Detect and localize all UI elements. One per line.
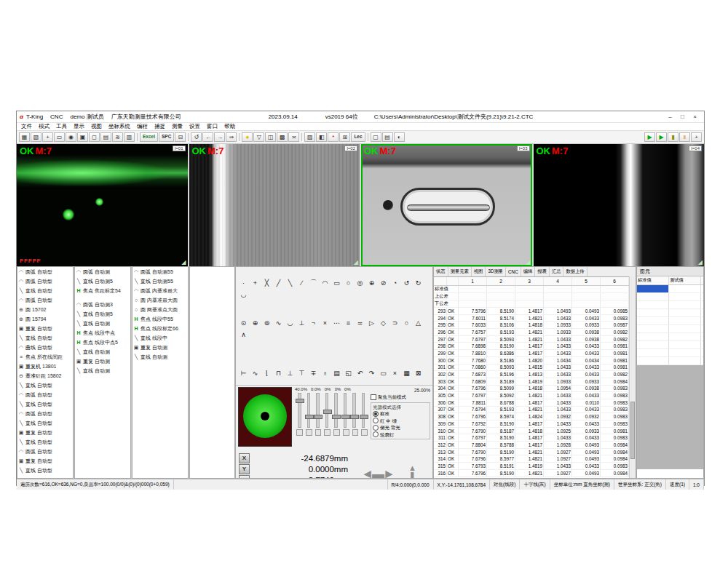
menu-item[interactable]: 视图 (91, 123, 102, 130)
element-list-item[interactable]: ╲直线自动型 (17, 286, 73, 295)
table-scrollbar[interactable] (629, 276, 636, 478)
gpanel-row[interactable] (637, 309, 703, 317)
tool-icon[interactable]: ∿ (273, 317, 284, 328)
focus-mode-checkbox[interactable]: 聚焦当前模式 (371, 394, 430, 400)
element-list-item[interactable]: ◠曲线自动型 (17, 343, 73, 352)
tool-icon[interactable]: ⊘ (378, 277, 389, 288)
result-row[interactable]: 304OK7.67968.50991.48181.09540.09380.098… (434, 386, 630, 393)
menu-item[interactable]: 工具 (56, 123, 67, 130)
toolbar-button-21[interactable]: ▽ (253, 132, 264, 142)
tool-icon[interactable]: ⌒ (308, 277, 319, 288)
tool-icon[interactable]: ◱ (343, 367, 354, 378)
scrollbar-thumb[interactable] (630, 402, 635, 460)
result-row[interactable]: 311OK7.67978.51901.48171.04330.04330.098… (434, 434, 630, 442)
element-list-item[interactable]: H焦点线段中55 (132, 314, 188, 324)
gpanel-row[interactable] (637, 341, 703, 349)
element-list-item[interactable]: ≡焦点所在线间距 (17, 352, 73, 362)
light-slider[interactable] (307, 393, 311, 428)
tool-icon[interactable]: ⊥ (296, 317, 307, 328)
slider-spinner[interactable] (352, 429, 359, 436)
tool-icon[interactable]: ≡ (343, 317, 354, 328)
element-list-item[interactable]: ⊖基准针距15802 (17, 371, 73, 380)
jog-vertical-icon[interactable]: ▲▮▼ (408, 465, 416, 479)
tool-icon[interactable]: ▤ (331, 367, 342, 378)
tool-icon[interactable]: ▦ (401, 367, 412, 378)
toolbar-button-3[interactable]: ▭ (54, 132, 65, 142)
tool-icon[interactable]: + (250, 277, 261, 288)
toolbar-button-29[interactable]: ⊞ (339, 132, 350, 142)
element-list-item[interactable]: ╲直线自动测 (75, 319, 130, 328)
menu-item[interactable]: 帮助 (224, 123, 235, 130)
light-option[interactable]: 轮廓灯 (373, 431, 428, 438)
resize-grip-icon[interactable]: ◢ (181, 259, 186, 266)
tool-icon[interactable]: ⊥ (285, 367, 296, 378)
element-list-item[interactable]: ╲直线线段中 (132, 333, 188, 343)
toolbar-button-30[interactable]: Lec (351, 132, 365, 142)
result-row[interactable]: 303OK7.68098.51891.48191.09330.09330.098… (434, 378, 630, 386)
element-list-item[interactable]: ▣重复机13801 (17, 362, 73, 371)
result-row[interactable]: 312OK7.88048.57881.48171.09280.04930.098… (434, 442, 630, 449)
toolbar-button-34[interactable]: ◐ (394, 132, 405, 142)
tool-icon[interactable]: ♁ (320, 367, 331, 378)
slider-spinner[interactable] (306, 429, 312, 436)
toolbar-button-40[interactable]: + (691, 132, 702, 142)
element-list-item[interactable]: ⊕圆15794 (17, 314, 73, 324)
result-row[interactable]: 294OK7.60118.51741.48211.04330.04330.098… (434, 315, 630, 322)
slider-thumb[interactable] (305, 415, 314, 419)
toolbar-button-33[interactable]: ▤ (382, 132, 393, 142)
toolbar-button-4[interactable]: ◉ (66, 132, 76, 142)
tool-icon[interactable]: ↶ (355, 367, 365, 378)
result-row[interactable]: 307OK7.67948.51931.48211.04330.04330.098… (434, 407, 630, 414)
minimize-button[interactable]: – (664, 113, 676, 121)
result-row[interactable]: 301OK7.08608.50931.48151.04330.04330.098… (434, 364, 630, 372)
element-list-item[interactable]: ╲直线自动测 (75, 347, 130, 356)
camera-pane-4[interactable]: OKM:7 I=04 ◢ (534, 144, 705, 266)
element-list-item[interactable]: H焦点焦距标定54 (75, 286, 130, 295)
tool-icon[interactable]: ≃ (355, 317, 365, 328)
menu-item[interactable]: 文件 (21, 123, 32, 130)
result-row[interactable]: 309OK7.67928.51901.48171.04330.04330.098… (434, 420, 630, 428)
element-list-item[interactable]: ╲直线自动型 (17, 437, 73, 447)
toolbar-button-38[interactable]: ▮ (668, 132, 678, 142)
toolbar-button-7[interactable]: ▤ (100, 132, 111, 142)
element-list-item[interactable]: ╲直线自动测55 (132, 276, 188, 286)
element-list-item[interactable]: ◠圆弧自动测55 (132, 267, 188, 276)
slider-spinner[interactable] (343, 429, 349, 436)
element-list-item[interactable]: ◠圆弧内基准最大 (132, 286, 188, 295)
toolbar-button-39[interactable]: ‖ (679, 132, 690, 142)
result-row[interactable]: 297OK7.67978.50931.48211.04330.09380.098… (434, 336, 630, 343)
result-row[interactable]: 310OK7.67908.51871.48181.09250.09330.098… (434, 428, 630, 435)
element-list-4[interactable] (189, 266, 235, 479)
toolbar-button-9[interactable]: ▥ (124, 132, 135, 142)
tool-icon[interactable]: ◠ (320, 277, 331, 288)
result-row[interactable]: 298OK7.68988.51901.48171.04330.04330.098… (434, 343, 630, 350)
menu-item[interactable]: 坐标系统 (108, 123, 130, 130)
light-slider[interactable] (316, 393, 320, 428)
element-list-item[interactable]: H焦点线段中点5 (75, 338, 130, 347)
resize-grip-icon[interactable]: ◢ (354, 259, 358, 266)
element-list-item[interactable]: ╲直线自动测 (75, 366, 130, 375)
element-list-item[interactable]: H焦点线段中点 (75, 328, 130, 338)
gpanel-row[interactable] (637, 325, 703, 333)
element-list-3[interactable]: ◠圆弧自动测55╲直线自动测55◠圆弧内基准最大○圆内基准最大圆○圆网基准点大圆… (132, 266, 189, 479)
slider-spinner[interactable] (324, 429, 331, 436)
element-list-item[interactable]: ◠圆弧自动型 (17, 447, 73, 456)
title-bar[interactable]: α T-King CNC demo 测试员 广东天勤测量技术有限公司 2023.… (17, 111, 704, 123)
gpanel-row[interactable] (637, 301, 703, 309)
element-list-item[interactable]: ◠圆弧自动测3 (75, 300, 130, 309)
result-row[interactable]: 308OK7.67968.59741.48241.09320.09320.098… (434, 413, 630, 420)
tool-icon[interactable]: ⊤ (296, 367, 307, 378)
tool-icon[interactable]: ▷ (366, 317, 377, 328)
tool-icon[interactable]: ⊠ (413, 367, 424, 378)
element-list-item[interactable]: H焦点线段标定66 (132, 324, 188, 333)
tool-icon[interactable]: ⋯ (331, 317, 342, 328)
tool-icon[interactable]: ↺ (401, 277, 412, 288)
element-list-item[interactable]: ╲直线自动测5 (75, 276, 130, 286)
element-list-item[interactable]: ╲直线自动型 (17, 399, 73, 409)
tool-icon[interactable]: ⊕ (250, 317, 261, 328)
light-slider[interactable] (352, 393, 356, 428)
element-list-item[interactable]: ▣重复自动型 (17, 324, 73, 333)
element-list-item[interactable]: ╲直线自动测5 (75, 309, 130, 319)
result-row[interactable]: 305OK7.67978.50921.48211.04330.04330.098… (434, 392, 630, 399)
element-list-item[interactable]: ╲直线自动型 (17, 466, 73, 475)
